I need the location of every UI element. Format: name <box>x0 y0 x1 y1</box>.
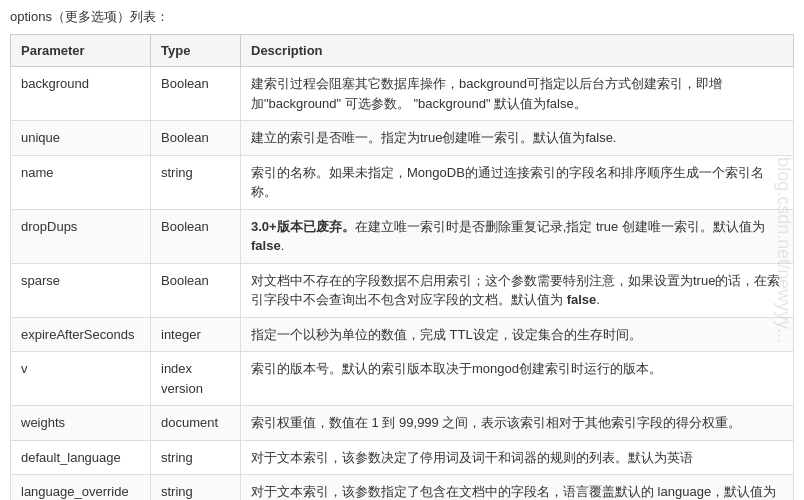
cell-type: Boolean <box>151 263 241 317</box>
cell-description: 建索引过程会阻塞其它数据库操作，background可指定以后台方式创建索引，即… <box>241 67 794 121</box>
col-header-type: Type <box>151 35 241 67</box>
cell-parameter: background <box>11 67 151 121</box>
table-row: sparseBoolean对文档中不存在的字段数据不启用索引；这个参数需要特别注… <box>11 263 794 317</box>
cell-description: 3.0+版本已废弃。在建立唯一索引时是否删除重复记录,指定 true 创建唯一索… <box>241 209 794 263</box>
cell-description: 建立的索引是否唯一。指定为true创建唯一索引。默认值为false. <box>241 121 794 156</box>
cell-type: integer <box>151 317 241 352</box>
cell-type: document <box>151 406 241 441</box>
cell-type: Boolean <box>151 67 241 121</box>
table-row: backgroundBoolean建索引过程会阻塞其它数据库操作，backgro… <box>11 67 794 121</box>
cell-parameter: sparse <box>11 263 151 317</box>
cell-parameter: default_language <box>11 440 151 475</box>
cell-description: 索引权重值，数值在 1 到 99,999 之间，表示该索引相对于其他索引字段的得… <box>241 406 794 441</box>
cell-parameter: language_override <box>11 475 151 501</box>
cell-parameter: name <box>11 155 151 209</box>
cell-type: Boolean <box>151 121 241 156</box>
cell-description: 对于文本索引，该参数决定了停用词及词干和词器的规则的列表。默认为英语 <box>241 440 794 475</box>
cell-description: 索引的名称。如果未指定，MongoDB的通过连接索引的字段名和排序顺序生成一个索… <box>241 155 794 209</box>
table-header-row: Parameter Type Description <box>11 35 794 67</box>
cell-description: 对于文本索引，该参数指定了包含在文档中的字段名，语言覆盖默认的 language… <box>241 475 794 501</box>
cell-description: 对文档中不存在的字段数据不启用索引；这个参数需要特别注意，如果设置为true的话… <box>241 263 794 317</box>
cell-parameter: unique <box>11 121 151 156</box>
table-row: default_languagestring对于文本索引，该参数决定了停用词及词… <box>11 440 794 475</box>
cell-description: 指定一个以秒为单位的数值，完成 TTL设定，设定集合的生存时间。 <box>241 317 794 352</box>
cell-type: Boolean <box>151 209 241 263</box>
cell-type: string <box>151 155 241 209</box>
table-row: namestring索引的名称。如果未指定，MongoDB的通过连接索引的字段名… <box>11 155 794 209</box>
table-row: expireAfterSecondsinteger指定一个以秒为单位的数值，完成… <box>11 317 794 352</box>
cell-description: 索引的版本号。默认的索引版本取决于mongod创建索引时运行的版本。 <box>241 352 794 406</box>
cell-type: string <box>151 440 241 475</box>
table-row: uniqueBoolean建立的索引是否唯一。指定为true创建唯一索引。默认值… <box>11 121 794 156</box>
options-table: Parameter Type Description backgroundBoo… <box>10 34 794 500</box>
cell-type: string <box>151 475 241 501</box>
cell-parameter: expireAfterSeconds <box>11 317 151 352</box>
cell-parameter: dropDups <box>11 209 151 263</box>
table-row: vindexversion索引的版本号。默认的索引版本取决于mongod创建索引… <box>11 352 794 406</box>
section-header: options（更多选项）列表： <box>10 8 794 26</box>
col-header-parameter: Parameter <box>11 35 151 67</box>
cell-parameter: weights <box>11 406 151 441</box>
cell-type: indexversion <box>151 352 241 406</box>
table-row: weightsdocument索引权重值，数值在 1 到 99,999 之间，表… <box>11 406 794 441</box>
table-row: language_overridestring对于文本索引，该参数指定了包含在文… <box>11 475 794 501</box>
cell-parameter: v <box>11 352 151 406</box>
col-header-description: Description <box>241 35 794 67</box>
table-row: dropDupsBoolean3.0+版本已废弃。在建立唯一索引时是否删除重复记… <box>11 209 794 263</box>
